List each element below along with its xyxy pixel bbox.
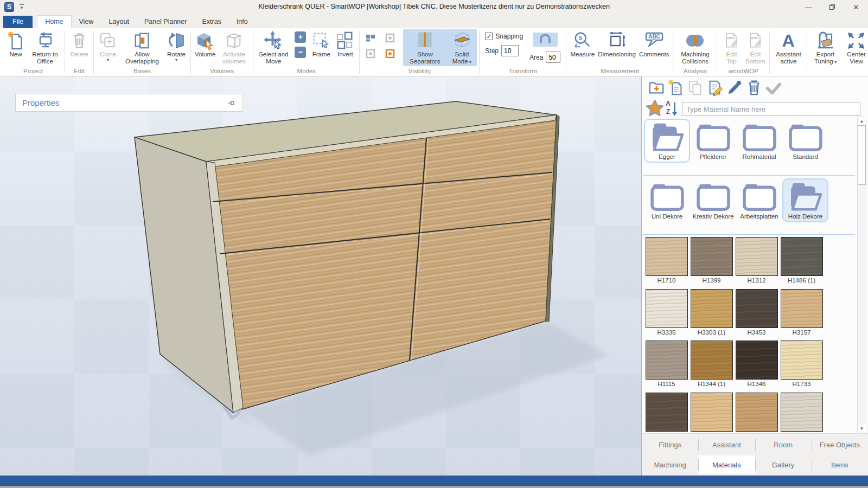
material-swatch[interactable]: H1115 <box>645 341 688 388</box>
material-swatch[interactable] <box>690 393 733 433</box>
material-swatch[interactable] <box>645 393 688 433</box>
area-input[interactable] <box>546 52 560 63</box>
material-swatch[interactable]: H1346 <box>735 341 778 388</box>
folder-egger[interactable]: Egger <box>644 119 690 163</box>
tab-materials[interactable]: Materials <box>698 455 755 474</box>
clone-button[interactable]: Clone ▾ <box>96 29 120 63</box>
rotate-button[interactable]: Rotate ▾ <box>164 29 188 63</box>
show-separators-button[interactable]: Show Separators <box>403 29 446 66</box>
folder-kreativ-dekore[interactable]: Kreativ Dekore <box>690 178 736 222</box>
material-chip[interactable] <box>781 393 823 432</box>
tab-gallery[interactable]: Gallery <box>755 455 812 474</box>
rotate-dropdown-icon[interactable]: ▾ <box>175 58 177 62</box>
dresser-3d-model[interactable]: Dresser <box>0 76 641 476</box>
material-chip[interactable] <box>691 237 733 276</box>
material-swatch[interactable]: H1344 (1) <box>690 341 733 388</box>
folder-holz-dekore[interactable]: Holz Dekore <box>782 178 828 222</box>
edit-material-icon[interactable] <box>707 80 723 96</box>
export-tuning-button[interactable]: Export Tuning ▾ <box>809 29 841 66</box>
tab-room[interactable]: Room <box>755 435 812 454</box>
tab-free-objects[interactable]: Free Objects <box>812 435 868 454</box>
invert-button[interactable]: Invert <box>333 29 357 59</box>
inner-panel-toggle-icon[interactable] <box>385 33 395 43</box>
properties-panel[interactable]: Properties <box>15 94 243 112</box>
add-folder-icon[interactable] <box>648 80 665 96</box>
tab-home[interactable]: Home <box>37 15 71 28</box>
material-swatch[interactable]: H1486 (1) <box>780 237 823 284</box>
material-chip[interactable] <box>691 393 733 432</box>
tab-info[interactable]: Info <box>229 16 256 28</box>
material-chip[interactable] <box>646 289 688 328</box>
tab-extras[interactable]: Extras <box>194 16 228 28</box>
apply-check-icon[interactable] <box>765 80 782 96</box>
select-and-move-button[interactable]: Select and Move <box>256 29 291 66</box>
material-chip[interactable] <box>736 341 778 380</box>
material-swatch[interactable] <box>735 393 778 433</box>
material-swatch[interactable]: H1312 <box>735 237 778 284</box>
new-button[interactable]: New <box>4 29 28 59</box>
tab-fittings[interactable]: Fittings <box>642 435 698 454</box>
solid-mode-button[interactable]: Solid Mode ▾ <box>446 29 477 66</box>
scroll-down-button[interactable]: ▼ <box>858 425 866 433</box>
comments-button[interactable]: ABC Comments <box>637 29 671 59</box>
active-panel-toggle-icon[interactable] <box>385 48 395 59</box>
folder-uni-dekore[interactable]: Uni Dekore <box>644 178 690 222</box>
tab-machining[interactable]: Machining <box>642 455 698 474</box>
tab-view[interactable]: View <box>72 16 101 28</box>
material-swatch[interactable]: H3157 <box>780 289 823 336</box>
tab-assistant[interactable]: Assistant <box>698 435 755 454</box>
delete-material-icon[interactable] <box>746 80 762 96</box>
machining-collisions-button[interactable]: Machining Collisions <box>675 29 714 66</box>
material-swatch[interactable]: H3303 (1) <box>690 289 733 336</box>
copy-material-icon[interactable] <box>687 80 704 96</box>
material-chip[interactable] <box>646 341 688 380</box>
magnet-snap-button[interactable] <box>533 33 558 47</box>
viewport-3d[interactable]: Dresser <box>0 76 641 476</box>
edit-bottom-button[interactable]: MPR Edit Bottom <box>743 29 767 66</box>
material-chip[interactable] <box>646 237 688 276</box>
new-material-icon[interactable] <box>668 80 684 96</box>
eyedropper-icon[interactable] <box>726 80 743 96</box>
volume-button[interactable]: Volume <box>193 29 217 59</box>
material-swatch[interactable]: H3335 <box>645 289 688 336</box>
folder-standard[interactable]: Standard <box>782 119 828 163</box>
material-swatch[interactable]: H3453 <box>735 289 778 336</box>
material-chip[interactable] <box>781 237 823 276</box>
material-swatch[interactable]: H1399 <box>690 237 733 284</box>
panel-layout-toggle-icon[interactable] <box>365 33 376 43</box>
folder-pfleiderer[interactable]: Pfleiderer <box>690 119 736 163</box>
tab-file[interactable]: File <box>3 16 33 28</box>
activate-volumes-button[interactable]: Activate volumes <box>217 29 251 66</box>
scrollbar-thumb[interactable] <box>858 125 866 185</box>
material-swatch[interactable] <box>780 393 823 433</box>
assistant-active-button[interactable]: A Assistant active <box>772 29 805 66</box>
material-chip[interactable] <box>691 341 733 380</box>
add-selection-button[interactable]: + <box>295 31 306 43</box>
allow-overlapping-button[interactable]: Allow Overlapping <box>120 29 164 66</box>
step-input[interactable] <box>501 45 519 56</box>
center-view-button[interactable]: Center View <box>844 29 868 66</box>
material-chip[interactable] <box>736 237 778 276</box>
material-chip[interactable] <box>781 289 823 328</box>
material-chip[interactable] <box>736 393 778 432</box>
snapping-checkbox[interactable]: ✓ <box>485 33 493 40</box>
frame-button[interactable]: Frame <box>309 29 333 59</box>
sort-az-icon[interactable]: AZ <box>663 99 679 119</box>
material-chip[interactable] <box>781 341 823 380</box>
tab-items[interactable]: Items <box>812 455 868 474</box>
folder-rohmaterial[interactable]: Rohmaterial <box>736 119 782 163</box>
tab-layout[interactable]: Layout <box>101 16 137 28</box>
folder-arbeitsplatten[interactable]: Arbeitsplatten <box>736 178 782 222</box>
material-chip[interactable] <box>691 289 733 328</box>
clone-dropdown-icon[interactable]: ▾ <box>107 58 109 62</box>
material-chip[interactable] <box>646 393 688 432</box>
pin-icon[interactable] <box>227 99 236 107</box>
dimensioning-button[interactable]: Dimensioning <box>596 29 637 59</box>
edit-top-button[interactable]: MPR Edit Top <box>719 29 743 66</box>
solid-mode-dropdown-icon[interactable]: ▾ <box>468 60 471 65</box>
inner-panel-toggle-icon[interactable] <box>365 48 376 59</box>
favorites-star-icon[interactable] <box>646 100 663 118</box>
return-to-office-button[interactable]: Return to Office <box>28 29 62 66</box>
scroll-up-button[interactable]: ▲ <box>858 117 866 125</box>
measure-button[interactable]: 5 Measure <box>569 29 596 59</box>
